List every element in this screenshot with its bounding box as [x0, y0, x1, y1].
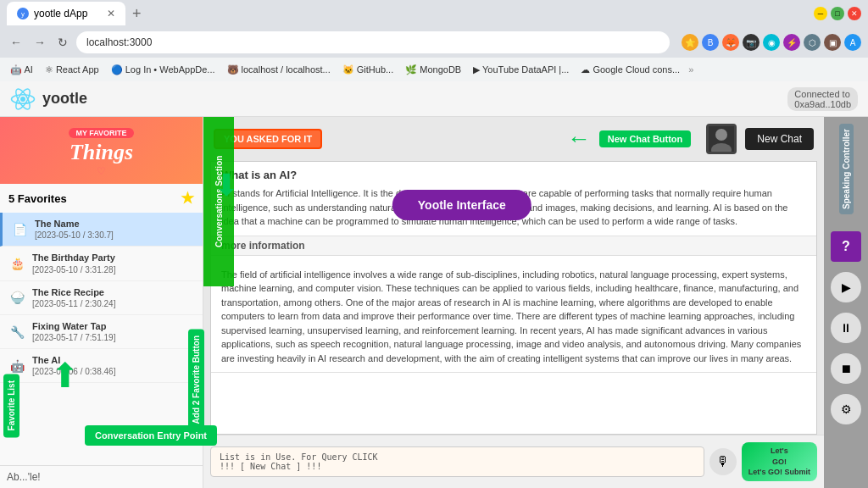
- item-icon: 🎂: [7, 253, 27, 274]
- qa-section-2: The field of artificial intelligence inv…: [211, 261, 816, 374]
- favorites-count-label: 5 Favorites: [8, 192, 67, 205]
- list-item[interactable]: 📄 The Name [2023-05-10 / 3:30.7]: [0, 213, 203, 247]
- favorites-header: 5 Favorites ★: [0, 184, 203, 213]
- list-item[interactable]: 🍚 The Rice Recipe [2023-05-11 / 2:30.24]: [0, 281, 203, 315]
- main-content: YOU ASKED FOR IT ← New Chat Button New C…: [203, 117, 824, 488]
- extension-icon-6[interactable]: ⚡: [783, 34, 800, 51]
- new-tab-button[interactable]: +: [125, 5, 148, 23]
- heart-decoration: ♡: [10, 165, 192, 177]
- bookmark-react[interactable]: ⚛ React App: [42, 64, 103, 75]
- new-chat-button-annotation: New Chat Button: [599, 130, 692, 147]
- app-title: yootle: [42, 90, 87, 108]
- submit-label: Let's GO! Submit: [748, 468, 810, 476]
- extension-icon-2[interactable]: B: [702, 34, 719, 51]
- submit-button[interactable]: Let'sGO!Let's GO! Submit: [742, 442, 817, 481]
- chat-input[interactable]: List is in Use. For Query CLICK !!! [ Ne…: [210, 446, 704, 477]
- input-area: List is in Use. For Query CLICK !!! [ Ne…: [203, 435, 824, 488]
- tab-close-btn[interactable]: ✕: [107, 8, 115, 19]
- microphone-button[interactable]: 🎙: [709, 448, 737, 475]
- my-favorite-label: MY FAVORITE: [69, 128, 133, 138]
- bookmark-gcloud[interactable]: ☁ Google Cloud cons...: [577, 64, 683, 75]
- bookmark-github[interactable]: 🐱 GitHub...: [339, 64, 397, 75]
- browser-tab[interactable]: y yootle dApp ✕: [7, 2, 125, 25]
- star-icon: ★: [181, 189, 194, 208]
- extension-icon-5[interactable]: ◉: [763, 34, 780, 51]
- extension-icon-8[interactable]: ▣: [824, 34, 841, 51]
- main-layout: MY FAVORITE Things ♡ 5 Favorites ★ 📄 The…: [0, 117, 868, 488]
- add-2-favorite-annotation: Add 2 Favorite Button: [188, 329, 204, 430]
- settings-button[interactable]: ⚙: [831, 394, 861, 424]
- title-bar: y yootle dApp ✕ + ─ □ ✕: [0, 0, 868, 27]
- browser-chrome: y yootle dApp ✕ + ─ □ ✕ ← → ↻ localhost:…: [0, 0, 868, 81]
- forward-button[interactable]: →: [31, 34, 49, 51]
- window-controls: ─ □ ✕: [814, 7, 861, 20]
- tab-favicon: y: [17, 8, 29, 19]
- item-name: The Rice Recipe: [32, 286, 115, 298]
- speaking-controller-panel: Speaking Controller ? ▶ ⏸ ⏹ ⚙: [824, 117, 868, 488]
- close-button[interactable]: ✕: [848, 7, 861, 20]
- item-icon: 🔧: [7, 322, 27, 342]
- tab-title: yootle dApp: [34, 8, 87, 19]
- answer-2: The field of artificial intelligence inv…: [221, 268, 806, 366]
- connection-status: Connected to 0xa9ad..10db: [787, 87, 858, 111]
- new-chat-button[interactable]: New Chat: [745, 128, 814, 150]
- bookmark-ai[interactable]: 🤖 AI: [7, 64, 36, 75]
- svg-point-0: [20, 97, 25, 102]
- extension-icon-1[interactable]: ⭐: [682, 34, 698, 51]
- back-button[interactable]: ←: [7, 34, 25, 51]
- sidebar-bottom: Ab...'le!: [0, 465, 203, 488]
- item-icon: 🤖: [7, 356, 27, 376]
- extension-icon-3[interactable]: 🦊: [722, 34, 739, 51]
- item-date: [2023-05-10 / 3:31.28]: [32, 264, 115, 275]
- new-chat-arrow-icon: ←: [567, 125, 591, 152]
- yootle-interface-popup: Yootle Interface: [392, 190, 531, 220]
- new-chat-image: [706, 124, 737, 154]
- item-name: Fixing Water Tap: [32, 320, 115, 332]
- speaking-controller-label: Speaking Controller: [839, 124, 854, 214]
- extension-icon-4[interactable]: 📷: [743, 34, 760, 51]
- connected-label: Connected to: [794, 89, 849, 99]
- item-name: The Name: [35, 218, 114, 230]
- address-bar: ← → ↻ localhost:3000 ⭐ B 🦊 📷 ◉ ⚡ ⬡ ▣ A: [0, 27, 868, 58]
- bookmark-mongodb[interactable]: 🌿 MongoDB: [402, 64, 465, 75]
- item-text: Fixing Water Tap [2023-05-17 / 7:51.19]: [32, 320, 115, 343]
- stop-button[interactable]: ⏹: [831, 353, 861, 384]
- bottom-text: Ab...'le!: [7, 471, 41, 483]
- conversations-down-arrow-icon: ⬇: [214, 168, 239, 203]
- svg-point-5: [715, 129, 727, 141]
- section-header-2: more information: [211, 236, 816, 256]
- item-date: [2023-05-10 / 3:30.7]: [35, 230, 114, 241]
- profile-icon[interactable]: A: [844, 34, 861, 51]
- minimize-button[interactable]: ─: [814, 7, 827, 20]
- bookmarks-bar: 🤖 AI ⚛ React App 🔵 Log In • WebAppDe... …: [0, 58, 868, 81]
- bookmark-login[interactable]: 🔵 Log In • WebAppDe...: [108, 64, 219, 75]
- item-text: The Rice Recipe [2023-05-11 / 2:30.24]: [32, 286, 115, 309]
- speaking-question-mark[interactable]: ?: [831, 231, 861, 262]
- reload-button[interactable]: ↻: [54, 34, 71, 51]
- extension-icon-7[interactable]: ⬡: [804, 34, 821, 51]
- sidebar-header: MY FAVORITE Things ♡: [0, 117, 203, 184]
- new-chat-label: New Chat: [757, 133, 802, 145]
- address-input[interactable]: localhost:3000: [76, 31, 670, 53]
- item-text: The Birthday Party [2023-05-10 / 3:31.28…: [32, 252, 115, 274]
- bookmark-localhost[interactable]: 🐻 localhost / localhost...: [224, 64, 334, 75]
- favorite-list-annotation: Favorite List: [3, 374, 19, 437]
- browser-toolbar-icons: ⭐ B 🦊 📷 ◉ ⚡ ⬡ ▣ A: [682, 34, 861, 51]
- list-item[interactable]: 🤖 The AI [2023-06-06 / 0:38.46]: [0, 349, 203, 383]
- things-title: Things: [10, 140, 192, 165]
- question-1: What is an AI?: [221, 169, 806, 181]
- item-date: [2023-05-11 / 2:30.24]: [32, 298, 115, 309]
- list-item[interactable]: 🔧 Fixing Water Tap [2023-05-17 / 7:51.19…: [0, 315, 203, 349]
- pause-button[interactable]: ⏸: [831, 313, 861, 343]
- content-top-bar: YOU ASKED FOR IT ← New Chat Button New C…: [203, 117, 824, 161]
- app-header: yootle Connected to 0xa9ad..10db: [0, 81, 868, 117]
- address-text: localhost:3000: [86, 36, 152, 48]
- list-item[interactable]: 🎂 The Birthday Party [2023-05-10 / 3:31.…: [0, 247, 203, 280]
- play-button[interactable]: ▶: [831, 272, 861, 302]
- react-logo-icon: [10, 86, 36, 112]
- maximize-button[interactable]: □: [831, 7, 844, 20]
- item-name: The Birthday Party: [32, 252, 115, 263]
- item-text: The Name [2023-05-10 / 3:30.7]: [35, 218, 114, 241]
- bookmark-youtube[interactable]: ▶ YouTube DataAPI |...: [470, 64, 572, 75]
- bookmarks-overflow[interactable]: »: [688, 64, 693, 75]
